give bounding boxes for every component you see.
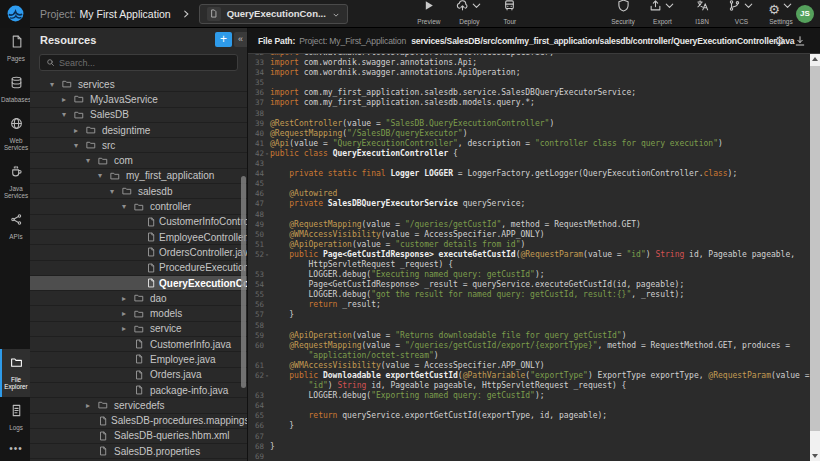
- code-line: 68}: [248, 442, 820, 452]
- folder-icon: [110, 171, 123, 181]
- tree-item[interactable]: SalesDB-queries.hbm.xml: [30, 429, 247, 444]
- i18n-button[interactable]: I18N: [689, 3, 715, 25]
- rail-item-java-services[interactable]: Java Services: [0, 158, 30, 206]
- tree-item[interactable]: package-info.java: [30, 383, 247, 398]
- project-breadcrumb[interactable]: Project: My First Application: [40, 8, 171, 20]
- collapse-panel-button[interactable]: «: [234, 32, 247, 47]
- open-file-tab-dropdown[interactable]: QueryExecutionCon...: [199, 4, 348, 24]
- code-line: 63 LOGGER.debug("Exporting named query: …: [248, 391, 820, 401]
- rail-item-pages[interactable]: Pages: [0, 28, 30, 69]
- tree-item[interactable]: ▸designtime: [30, 123, 247, 138]
- user-avatar[interactable]: JS: [796, 5, 814, 23]
- tree-item-label: SalesDB-queries.hbm.xml: [114, 430, 230, 441]
- tree-item[interactable]: ▸dao: [30, 291, 247, 306]
- folder-icon: [122, 186, 135, 196]
- rail-item-file-explorer[interactable]: File Explorer: [0, 349, 30, 397]
- tree-item[interactable]: CustomerInfo.java: [30, 337, 247, 352]
- tree-item[interactable]: ▾com: [30, 153, 247, 168]
- editor-scrollbar-thumb[interactable]: [810, 66, 820, 431]
- caret-collapsed-icon[interactable]: ▸: [122, 294, 134, 303]
- deploy-button[interactable]: Deploy: [456, 3, 483, 25]
- code-line: 52- public Page<GetCustIdResponse> execu…: [248, 250, 820, 260]
- rail-item-web-services[interactable]: Web Services: [0, 110, 30, 158]
- fold-gutter: [264, 159, 270, 169]
- code-text: }: [270, 421, 294, 431]
- caret-expanded-icon[interactable]: ▾: [86, 156, 98, 165]
- caret-expanded-icon[interactable]: ▾: [98, 171, 110, 180]
- code-line: 67: [248, 432, 820, 442]
- code-line: 37import com.my_first_application.salesd…: [248, 98, 820, 108]
- tree-item[interactable]: Employee.java: [30, 352, 247, 367]
- settings-button[interactable]: ⚙Settings: [768, 3, 794, 25]
- line-number: 60: [248, 341, 264, 351]
- line-number: 52: [248, 250, 264, 260]
- wavemaker-logo-icon[interactable]: [0, 0, 30, 28]
- tree-item[interactable]: QueryExecutionController.java: [30, 276, 247, 291]
- rail-item-logs[interactable]: Logs: [0, 397, 30, 438]
- add-resource-button[interactable]: +: [215, 32, 232, 47]
- caret-expanded-icon[interactable]: ▾: [62, 110, 74, 119]
- scroll-up-icon[interactable]: [812, 57, 818, 61]
- code-line: 34import com.wordnik.swagger.annotations…: [248, 68, 820, 78]
- caret-collapsed-icon[interactable]: ▸: [122, 324, 134, 333]
- caret-collapsed-icon[interactable]: ▸: [86, 401, 98, 410]
- line-number: 34: [248, 68, 264, 78]
- caret-collapsed-icon[interactable]: ▸: [74, 126, 86, 135]
- line-number: 62: [248, 371, 264, 381]
- preview-button[interactable]: Preview: [416, 3, 442, 25]
- tree-item[interactable]: ProcedureExecutionController.java: [30, 261, 247, 276]
- code-line: 57 }: [248, 310, 820, 320]
- tree-item[interactable]: CustomerInfoController.java: [30, 215, 247, 230]
- play-icon: [422, 0, 435, 16]
- tree-item[interactable]: SalesDB.properties: [30, 444, 247, 459]
- file-path-bar: File Path: Project: My_First_Application…: [248, 28, 820, 54]
- code-editor[interactable]: 32import com.wavemaker.tools.api.core.mo…: [248, 54, 820, 461]
- vcs-button[interactable]: VCS: [728, 3, 755, 25]
- caret-expanded-icon[interactable]: ▾: [122, 202, 134, 211]
- code-line: 56 return _result;: [248, 300, 820, 310]
- line-number: 48: [248, 210, 264, 220]
- code-line: 51 @ApiOperation(value = "customer detai…: [248, 240, 820, 250]
- folder-icon: [134, 202, 147, 212]
- tree-item[interactable]: ▸models: [30, 306, 247, 321]
- tree-item[interactable]: ▾controller: [30, 199, 247, 214]
- tree-item[interactable]: Orders.java: [30, 368, 247, 383]
- tree-item[interactable]: ▸MyJavaService: [30, 92, 247, 107]
- rail-item-apis[interactable]: APIs: [0, 206, 30, 247]
- tree-item[interactable]: ▸service: [30, 322, 247, 337]
- caret-collapsed-icon[interactable]: ▸: [62, 95, 74, 104]
- download-file-icon[interactable]: [794, 35, 806, 47]
- caret-expanded-icon[interactable]: ▾: [110, 187, 122, 196]
- tree-item[interactable]: EmployeeController.java: [30, 230, 247, 245]
- tree-item-label: CustomerInfoController.java: [159, 216, 247, 227]
- code-text: @Api(value = "QueryExecutionController",…: [270, 139, 723, 149]
- tree-item[interactable]: ▾salesdb: [30, 184, 247, 199]
- fold-gutter: [264, 179, 270, 189]
- tree-item[interactable]: ▾my_first_application: [30, 169, 247, 184]
- search-input[interactable]: [59, 58, 231, 68]
- code-line: 59 @ApiOperation(value = "Returns downlo…: [248, 331, 820, 341]
- tour-button[interactable]: Tour: [497, 3, 523, 25]
- line-number: 57: [248, 310, 264, 320]
- tree-item[interactable]: ▾SalesDB: [30, 108, 247, 123]
- line-number: 63: [248, 391, 264, 401]
- caret-expanded-icon[interactable]: ▾: [50, 80, 62, 89]
- tree-item[interactable]: ▾services: [30, 77, 247, 92]
- tree-scrollbar-thumb[interactable]: [241, 176, 246, 388]
- file-settings-gear-icon[interactable]: ⚙: [774, 35, 785, 47]
- security-button[interactable]: Security: [610, 3, 636, 25]
- tree-item[interactable]: ▾src: [30, 138, 247, 153]
- export-button[interactable]: Export: [649, 3, 676, 25]
- tree-item[interactable]: OrdersController.java: [30, 245, 247, 260]
- fold-gutter: [264, 78, 270, 88]
- caret-expanded-icon[interactable]: ▾: [74, 141, 86, 150]
- scroll-down-icon[interactable]: [812, 454, 818, 458]
- tree-item[interactable]: SalesDB-procedures.mappings.json: [30, 414, 247, 429]
- caret-collapsed-icon[interactable]: ▸: [122, 309, 134, 318]
- file-icon: [98, 446, 111, 456]
- tree-item[interactable]: ▸servicedefs: [30, 398, 247, 413]
- rail-item-more[interactable]: •••: [0, 438, 30, 461]
- editor-scrollbar[interactable]: [810, 54, 820, 461]
- rail-item-databases[interactable]: Databases: [0, 69, 30, 110]
- file-tab-label: QueryExecutionCon...: [227, 8, 326, 19]
